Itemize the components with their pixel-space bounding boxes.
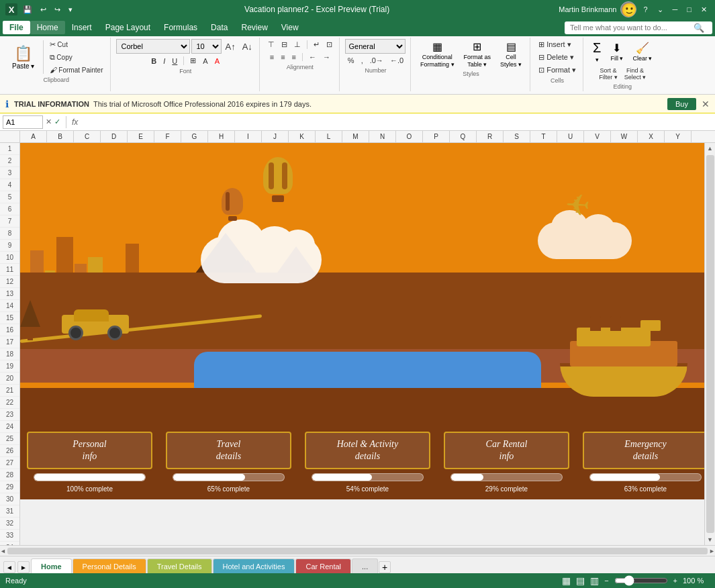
tab-home[interactable]: Home [31,558,72,573]
wrap-text-btn[interactable]: ↵ [311,39,322,50]
fill-btn[interactable]: ⬇ Fill ▾ [606,40,627,63]
menu-review[interactable]: Review [234,21,274,34]
quick-save-btn[interactable]: 💾 [20,4,35,15]
col-header-P[interactable]: P [423,131,450,142]
comma-btn[interactable]: , [359,55,366,66]
confirm-formula-btn[interactable]: ✓ [54,117,60,126]
menu-insert[interactable]: Insert [65,21,99,34]
col-header-B[interactable]: B [47,131,74,142]
align-mid-btn[interactable]: ⊟ [279,39,290,50]
increase-font-btn[interactable]: A↑ [223,40,238,53]
tab-travel-details[interactable]: Travel Details [147,558,212,573]
font-family-select[interactable]: Corbel [116,39,190,54]
col-header-A[interactable]: A [20,131,47,142]
row-10[interactable]: 10 [0,252,19,264]
vertical-scrollbar[interactable]: ▲ ▼ [704,143,715,545]
col-header-T[interactable]: T [530,131,557,142]
menu-data[interactable]: Data [204,21,234,34]
redo-btn[interactable]: ↪ [52,4,63,15]
copy-btn[interactable]: ⧉ Copy [47,52,105,63]
font-color-btn[interactable]: A [212,56,222,66]
font-size-select[interactable]: 10 [191,39,222,54]
close-trial-btn[interactable]: ✕ [702,99,710,109]
insert-btn[interactable]: ⊞ Insert ▾ [536,39,579,50]
col-header-G[interactable]: G [181,131,208,142]
col-header-I[interactable]: I [235,131,262,142]
col-header-C[interactable]: C [74,131,101,142]
tab-personal-details[interactable]: Personal Details [73,558,146,573]
ribbon-collapse-btn[interactable]: ⌄ [655,4,666,15]
normal-view-btn[interactable]: ▦ [562,575,571,586]
delete-btn[interactable]: ⊟ Delete ▾ [536,52,579,63]
row-4[interactable]: 4 [0,179,19,191]
row-5[interactable]: 5 [0,191,19,203]
search-input[interactable] [570,23,691,32]
maximize-btn[interactable]: □ [684,4,694,15]
zoom-slider[interactable] [614,575,668,586]
increase-indent-btn[interactable]: → [320,52,333,62]
row-8[interactable]: 8 [0,228,19,240]
row-31[interactable]: 31 [0,505,19,518]
cut-btn[interactable]: ✂ Cut [47,39,105,50]
row-3[interactable]: 3 [0,167,19,179]
row-18[interactable]: 18 [0,348,19,360]
number-format-select[interactable]: General [345,39,406,54]
row-21[interactable]: 21 [0,385,19,397]
tab-more[interactable]: ... [352,558,378,573]
col-header-E[interactable]: E [128,131,154,142]
format-as-table-btn[interactable]: ⊞ Format as Table ▾ [460,39,495,69]
decrease-indent-btn[interactable]: ← [306,52,319,62]
row-9[interactable]: 9 [0,240,19,252]
col-header-X[interactable]: X [638,131,665,142]
align-left-btn[interactable]: ≡ [267,52,277,62]
row-16[interactable]: 16 [0,324,19,336]
scroll-down-btn[interactable]: ▼ [707,534,713,545]
help-btn[interactable]: ? [640,4,650,15]
undo-btn[interactable]: ↩ [38,4,49,15]
row-6[interactable]: 6 [0,203,19,215]
conditional-formatting-btn[interactable]: ▦ Conditional Formatting ▾ [416,39,459,69]
col-header-Q[interactable]: Q [450,131,477,142]
add-sheet-btn[interactable]: + [379,561,391,573]
row-2[interactable]: 2 [0,155,19,167]
align-bot-btn[interactable]: ⊥ [291,39,303,50]
row-26[interactable]: 26 [0,445,19,457]
col-header-W[interactable]: W [611,131,638,142]
page-break-preview-btn[interactable]: ▥ [590,575,599,586]
align-right-btn[interactable]: ≡ [289,52,299,62]
col-header-J[interactable]: J [262,131,289,142]
italic-btn[interactable]: I [160,56,168,66]
clear-btn[interactable]: 🧹 Clear ▾ [628,40,656,63]
cell-reference-input[interactable] [3,115,43,129]
decrease-font-btn[interactable]: A↓ [240,40,255,53]
format-btn[interactable]: ⊡ Format ▾ [536,64,579,76]
col-header-N[interactable]: N [369,131,396,142]
row-27[interactable]: 27 [0,457,19,469]
row-22[interactable]: 22 [0,397,19,409]
scroll-left-btn[interactable]: ◄ [0,548,6,554]
tab-nav-next-btn[interactable]: ► [17,561,30,573]
row-19[interactable]: 19 [0,360,19,373]
scroll-right-btn[interactable]: ► [709,548,715,554]
horizontal-scrollbar[interactable]: ◄ ► [0,545,715,556]
border-btn[interactable]: ⊞ [187,55,199,66]
increase-decimal-btn[interactable]: .0→ [367,55,386,66]
row-14[interactable]: 14 [0,300,19,312]
col-header-H[interactable]: H [208,131,235,142]
menu-view[interactable]: View [275,21,305,34]
formula-input[interactable] [81,115,712,129]
row-24[interactable]: 24 [0,421,19,433]
col-header-D[interactable]: D [101,131,128,142]
tab-car-rental[interactable]: Car Rental [295,558,351,573]
sort-filter-btn[interactable]: Sort &Filter ▾ [596,66,620,82]
col-header-R[interactable]: R [477,131,504,142]
row-15[interactable]: 15 [0,312,19,324]
row-32[interactable]: 32 [0,518,19,530]
row-17[interactable]: 17 [0,336,19,348]
row-29[interactable]: 29 [0,481,19,493]
decrease-decimal-btn[interactable]: ←.0 [387,55,406,66]
minimize-btn[interactable]: ─ [670,4,681,15]
buy-btn[interactable]: Buy [667,98,696,110]
bold-btn[interactable]: B [148,56,159,66]
col-header-U[interactable]: U [557,131,584,142]
